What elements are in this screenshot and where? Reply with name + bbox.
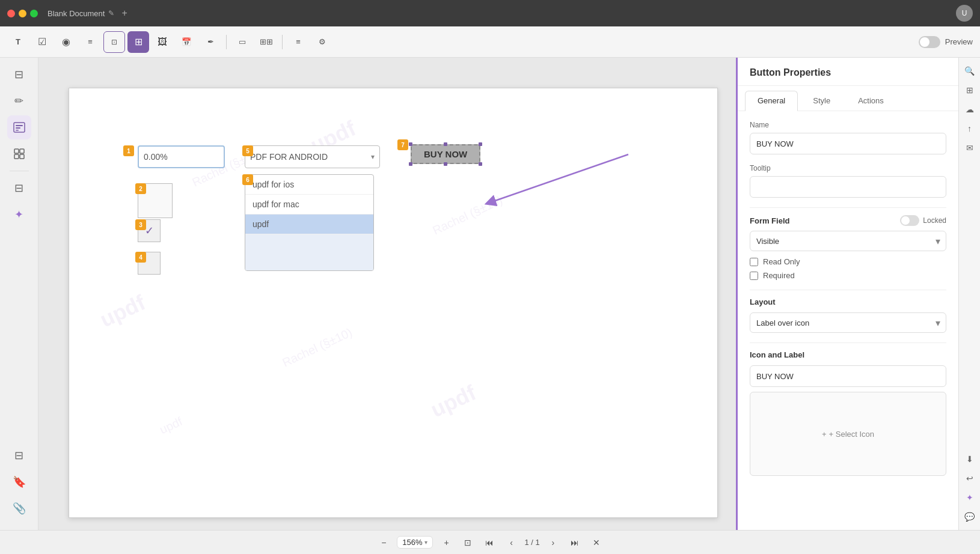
combobox-tool[interactable]: ⊡ [103, 31, 125, 53]
tab-style[interactable]: Style [800, 91, 843, 111]
listbox-item-1[interactable]: updf for mac [245, 195, 373, 215]
listbox-item-2[interactable]: updf [245, 215, 373, 234]
icon-label-title: Icon and Label [750, 350, 946, 359]
preview-switch[interactable] [919, 36, 940, 48]
sidebar-item-pages[interactable]: ⊟ [7, 62, 31, 87]
zoom-in-button[interactable]: + [438, 534, 455, 551]
form-field-section: Form Field Locked Visible Hidden No Prin… [750, 215, 946, 280]
handle-tl[interactable] [409, 142, 412, 146]
date-tool[interactable]: 📅 [176, 31, 197, 53]
locked-label: Locked [923, 216, 946, 225]
sidebar-bottom: ⊟ 🔖 📎 [7, 443, 31, 525]
field-badge-4: 4 [135, 252, 146, 263]
radio-tool[interactable]: ◉ [55, 31, 77, 53]
tab-actions[interactable]: Actions [845, 91, 896, 111]
form-grid-tool[interactable]: ⊞⊞ [256, 31, 277, 53]
form-field-row: Form Field Locked [750, 215, 946, 226]
signature-tool[interactable]: ✒ [200, 31, 221, 53]
select-icon-box[interactable]: + + Select Icon [750, 392, 946, 476]
checkbox-tool[interactable]: ☑ [31, 31, 53, 53]
svg-rect-6 [14, 154, 19, 159]
plus-icon: + [822, 430, 827, 439]
chat-icon[interactable]: 💬 [961, 508, 978, 525]
read-only-checkbox[interactable] [750, 258, 758, 266]
sidebar-item-bookmarks[interactable]: 🔖 [7, 470, 31, 494]
search-icon[interactable]: 🔍 [961, 62, 978, 79]
download-icon[interactable]: ⬇ [961, 451, 978, 467]
zoom-control[interactable]: 156% ▾ [397, 536, 433, 549]
divider-2 [750, 290, 946, 290]
name-input[interactable] [750, 133, 946, 154]
svg-rect-5 [20, 149, 24, 153]
right-panel: Button Properties General Style Actions … [736, 58, 958, 530]
next-page-button[interactable]: › [545, 534, 562, 551]
fit-page-button[interactable]: ⊡ [459, 534, 476, 551]
first-page-button[interactable]: ⏮ [481, 534, 498, 551]
settings-icon[interactable]: ✦ [961, 489, 978, 506]
sidebar-item-layers[interactable]: ⊟ [7, 443, 31, 467]
tooltip-label: Tooltip [750, 164, 946, 172]
required-checkbox[interactable] [750, 272, 758, 280]
listbox-empty [245, 234, 373, 270]
handle-bm[interactable] [444, 162, 447, 166]
image-tool[interactable]: 🖼 [152, 31, 173, 53]
field-badge-3: 3 [135, 219, 146, 230]
grid-icon[interactable]: ⊞ [961, 82, 978, 99]
document-title: Blank Document ✎ [47, 9, 114, 18]
field-badge-6: 6 [242, 174, 253, 185]
flatten-tool[interactable]: ▭ [231, 31, 253, 53]
sidebar-item-compare[interactable]: ⊟ [7, 176, 31, 200]
sidebar-item-forms[interactable] [7, 115, 31, 139]
handle-br[interactable] [479, 162, 482, 166]
listbox-item-0[interactable]: updf for ios [245, 175, 373, 195]
layout-section: Layout Label over icon Label only Icon o… [750, 297, 946, 333]
last-page-button[interactable]: ⏭ [566, 534, 583, 551]
align-tool[interactable]: ≡ [287, 31, 309, 53]
far-right-panel: 🔍 ⊞ ☁ ↑ ✉ ⬇ ↩ ✦ 💬 [958, 58, 980, 530]
field-number-input: 1 0.00% [135, 145, 225, 168]
layout-select[interactable]: Label over icon Label only Icon only Lab… [750, 312, 946, 333]
listbox-container[interactable]: updf for ios updf for mac updf [245, 174, 374, 271]
add-tab-button[interactable]: + [121, 8, 127, 19]
divider-1 [750, 207, 946, 208]
maximize-button[interactable] [30, 10, 38, 17]
button-tool[interactable]: ⊞ [127, 31, 149, 53]
close-button[interactable] [7, 10, 15, 17]
main-area: ⊟ ✏ ⊟ ✦ ⊟ 🔖 📎 [0, 58, 980, 530]
text-field-tool[interactable]: T [7, 31, 29, 53]
sidebar-item-organize[interactable] [7, 142, 31, 166]
zoom-dropdown-icon: ▾ [424, 539, 427, 546]
minimize-button[interactable] [19, 10, 26, 17]
canvas-area[interactable]: updf Rachel (§±10) updf Rachel (§±10) up… [38, 58, 736, 530]
handle-bl[interactable] [409, 162, 412, 166]
handle-tr[interactable] [479, 142, 482, 146]
toggle-knob [920, 37, 929, 47]
cloud-icon[interactable]: ☁ [961, 101, 978, 118]
close-bar-button[interactable]: ✕ [588, 534, 605, 551]
share-icon[interactable]: ↑ [961, 120, 978, 137]
svg-rect-3 [16, 130, 19, 131]
zoom-out-button[interactable]: − [375, 534, 392, 551]
dropdown-box[interactable]: PDF FOR ANDROID ▾ [245, 145, 380, 168]
sidebar-item-attachments[interactable]: 📎 [7, 496, 31, 520]
button-element[interactable]: BUY NOW [411, 144, 480, 164]
page-info: 1 / 1 [524, 538, 539, 547]
sidebar-item-ai[interactable]: ✦ [7, 202, 31, 227]
locked-switch[interactable] [900, 215, 919, 226]
sidebar-item-markup[interactable]: ✏ [7, 89, 31, 113]
number-input-box[interactable]: 0.00% [138, 145, 225, 168]
prev-page-button[interactable]: ‹ [503, 534, 519, 551]
settings-tool[interactable]: ⚙ [311, 31, 333, 53]
titlebar: Blank Document ✎ + U [0, 0, 980, 26]
edit-title-icon[interactable]: ✎ [108, 9, 114, 17]
listbox-tool[interactable]: ≡ [79, 31, 101, 53]
tab-general[interactable]: General [745, 91, 798, 111]
mail-icon[interactable]: ✉ [961, 139, 978, 156]
icon-label-input[interactable] [750, 365, 946, 387]
tooltip-input[interactable] [750, 176, 946, 198]
undo-icon[interactable]: ↩ [961, 470, 978, 487]
handle-tm[interactable] [444, 142, 447, 146]
field-button: 7 BUY NOW [411, 144, 480, 164]
locked-toggle: Locked [900, 215, 946, 226]
visible-select[interactable]: Visible Hidden No Print No View [750, 231, 946, 251]
